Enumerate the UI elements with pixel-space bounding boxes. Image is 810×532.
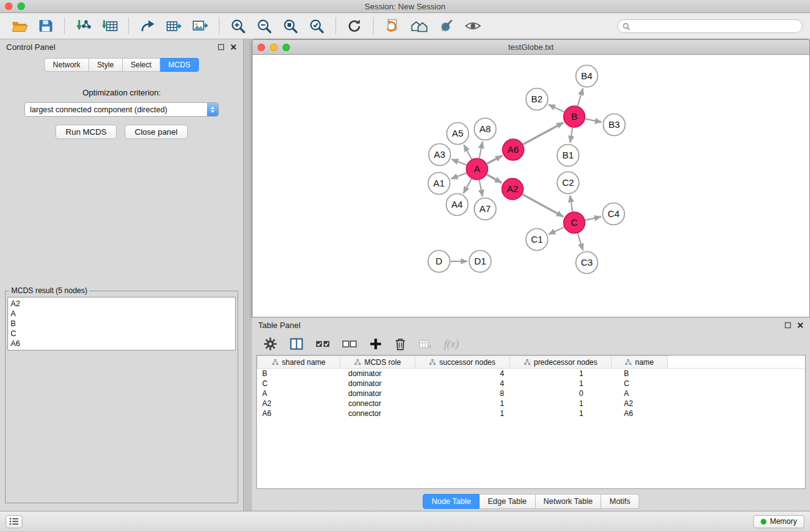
mcds-result-item[interactable]: A6 (11, 339, 233, 349)
edge-B-B1[interactable] (570, 128, 572, 143)
add-column-button[interactable] (369, 337, 382, 351)
edge-A-A7[interactable] (480, 180, 483, 196)
edge-C-C3[interactable] (577, 233, 583, 250)
mcds-result-item[interactable]: A2 (11, 299, 233, 309)
edge-A-A3[interactable] (451, 159, 466, 165)
import-table-button[interactable] (99, 15, 121, 37)
node-table-row[interactable]: Bdominator41B (258, 369, 806, 379)
float-table-panel-button[interactable] (784, 322, 791, 329)
graph-node-D1[interactable]: D1 (470, 251, 491, 273)
mcds-result-item[interactable]: A (11, 309, 233, 319)
criterion-dropdown[interactable]: largest connected component (directed) (24, 102, 219, 117)
edge-A6-B[interactable] (523, 123, 564, 145)
close-panel-button[interactable] (230, 44, 237, 51)
graph-node-C4[interactable]: C4 (603, 203, 625, 225)
tab-mcds[interactable]: MCDS (160, 58, 199, 72)
edge-B-B2[interactable] (549, 105, 564, 112)
edge-A-A8[interactable] (480, 142, 483, 158)
column-header-successor-nodes[interactable]: successor nodes (415, 356, 510, 369)
graph-node-A[interactable]: A (466, 158, 488, 180)
graph-node-A3[interactable]: A3 (429, 144, 451, 166)
mcds-result-item[interactable]: B (11, 319, 233, 329)
show-columns-button[interactable] (289, 337, 304, 351)
style-brush-button[interactable] (436, 15, 458, 37)
export-network-button[interactable] (137, 15, 159, 37)
graph-node-C1[interactable]: C1 (526, 229, 548, 251)
zoom-in-button[interactable] (227, 15, 249, 37)
svg-text:C1: C1 (531, 234, 542, 244)
export-table-button[interactable] (163, 15, 185, 37)
tab-edge-table[interactable]: Edge Table (480, 494, 535, 509)
run-mcds-button[interactable]: Run MCDS (55, 125, 117, 139)
node-table-row[interactable]: A2connector11A2 (258, 399, 806, 409)
graph-node-A8[interactable]: A8 (475, 118, 496, 140)
graph-node-A5[interactable]: A5 (447, 123, 469, 145)
edge-A-A6[interactable] (487, 155, 502, 163)
graph-node-A4[interactable]: A4 (446, 194, 468, 216)
select-all-columns-button[interactable] (316, 339, 330, 349)
tab-node-table[interactable]: Node Table (423, 494, 480, 509)
zoom-selected-button[interactable] (306, 15, 328, 37)
delete-column-button[interactable] (394, 337, 407, 351)
graph-node-C2[interactable]: C2 (557, 172, 579, 194)
mcds-result-item[interactable]: C (11, 329, 233, 339)
edge-A-A5[interactable] (464, 145, 472, 159)
edge-A-A2[interactable] (487, 175, 502, 183)
edge-C-C1[interactable] (549, 227, 564, 234)
edge-B-B4[interactable] (577, 89, 583, 106)
memory-button[interactable]: Memory (753, 515, 804, 528)
graph-node-B3[interactable]: B3 (604, 114, 625, 136)
graph-node-B[interactable]: B (564, 106, 585, 127)
open-session-button[interactable] (8, 15, 31, 37)
refresh-button[interactable] (344, 15, 365, 37)
show-all-button[interactable] (407, 15, 432, 37)
network-canvas[interactable]: B4B2BB3A5A8A6A3B1AC2A1A2A4A7C4CC1DD1C3 (253, 55, 809, 317)
tab-style[interactable]: Style (89, 58, 123, 72)
graph-node-A6[interactable]: A6 (503, 139, 524, 160)
task-history-button[interactable] (6, 515, 22, 528)
deselect-all-columns-button[interactable] (342, 339, 357, 349)
node-table-row[interactable]: Adominator80A (258, 389, 806, 399)
first-neighbors-button[interactable] (381, 15, 403, 37)
save-session-button[interactable] (35, 15, 57, 37)
graph-node-B2[interactable]: B2 (526, 89, 548, 110)
graph-node-A1[interactable]: A1 (428, 173, 450, 195)
edge-B-B3[interactable] (586, 119, 602, 122)
tab-network-table[interactable]: Network Table (536, 494, 602, 509)
edge-A-A4[interactable] (463, 179, 471, 193)
zoom-out-button[interactable] (253, 15, 276, 37)
tab-motifs[interactable]: Motifs (601, 494, 639, 509)
edge-A2-C[interactable] (523, 195, 564, 217)
tab-select[interactable]: Select (123, 58, 160, 72)
column-header-predecessor-nodes[interactable]: predecessor nodes (510, 356, 612, 369)
mcds-result-list[interactable]: A2ABCA6 (7, 297, 236, 351)
graph-node-B1[interactable]: B1 (557, 145, 579, 167)
edge-C-C4[interactable] (586, 216, 601, 220)
graph-node-A7[interactable]: A7 (475, 198, 496, 220)
node-table-row[interactable]: A6connector11A6 (258, 409, 806, 418)
edge-A-A1[interactable] (451, 173, 466, 178)
column-header-shared-name[interactable]: shared name (258, 356, 340, 369)
zoom-fit-button[interactable] (279, 15, 302, 37)
graph-node-C3[interactable]: C3 (576, 252, 598, 274)
function-builder-button[interactable]: f(x) (444, 338, 459, 351)
graph-node-C[interactable]: C (564, 212, 585, 233)
show-hide-details-button[interactable] (461, 15, 485, 37)
graph-node-A2[interactable]: A2 (502, 178, 523, 200)
table-settings-button[interactable] (263, 337, 277, 351)
tab-network[interactable]: Network (44, 58, 89, 72)
close-table-panel-button[interactable] (797, 322, 804, 329)
close-panel-button-mcds[interactable]: Close panel (125, 125, 188, 139)
graph-node-B4[interactable]: B4 (576, 65, 598, 87)
network-graph[interactable]: B4B2BB3A5A8A6A3B1AC2A1A2A4A7C4CC1DD1C3 (253, 55, 809, 317)
graph-node-D[interactable]: D (428, 251, 450, 273)
import-network-button[interactable] (72, 15, 95, 37)
edge-C-C2[interactable] (570, 195, 572, 211)
float-panel-button[interactable] (218, 44, 224, 51)
node-table-row[interactable]: Cdominator41C (258, 379, 806, 389)
export-image-button[interactable] (189, 15, 211, 37)
panel-divider[interactable] (244, 39, 252, 511)
column-header-name[interactable]: name (612, 356, 668, 369)
search-input[interactable] (617, 19, 803, 33)
column-header-mcds-role[interactable]: MCDS role (340, 356, 415, 369)
